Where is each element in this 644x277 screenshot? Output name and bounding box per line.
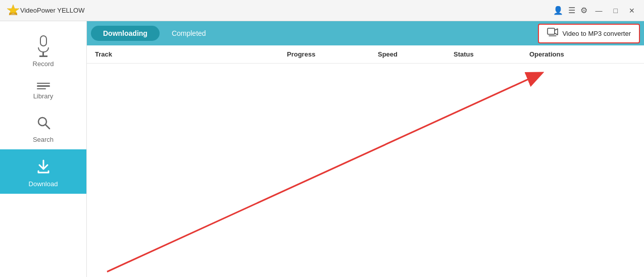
- svg-line-8: [107, 73, 541, 271]
- user-icon[interactable]: 👤: [553, 6, 563, 15]
- list-icon[interactable]: ☰: [568, 6, 575, 15]
- microphone-icon: [38, 35, 49, 57]
- app-logo: [6, 4, 20, 18]
- sidebar: Record Library Search: [0, 21, 87, 277]
- close-button[interactable]: ✕: [626, 6, 638, 16]
- download-label: Download: [29, 180, 58, 188]
- mic-stand: [38, 47, 49, 52]
- svg-rect-1: [9, 13, 17, 15]
- tab-completed[interactable]: Completed: [160, 26, 218, 41]
- annotation-arrow: [87, 64, 644, 277]
- search-icon: [36, 115, 51, 133]
- svg-line-3: [45, 125, 49, 129]
- window-controls: 👤 ☰ ⚙ — □ ✕: [553, 6, 638, 16]
- lib-line-3: [37, 88, 46, 90]
- settings-icon[interactable]: ⚙: [580, 6, 587, 15]
- col-header-speed: Speed: [378, 50, 454, 58]
- mic-body: [40, 35, 47, 46]
- lib-line-2: [37, 85, 50, 87]
- column-headers: Track Progress Speed Status Operations: [87, 45, 644, 64]
- video-converter-button[interactable]: Video to MP3 converter: [538, 24, 640, 43]
- download-icon: [35, 158, 52, 177]
- empty-content-area: [87, 64, 644, 277]
- main-layout: Record Library Search: [0, 21, 644, 277]
- logo-icon: [6, 4, 20, 18]
- maximize-button[interactable]: □: [611, 6, 621, 16]
- search-label: Search: [33, 136, 54, 143]
- svg-rect-5: [548, 28, 555, 34]
- tab-bar: Downloading Completed Video to MP3 conve…: [87, 21, 644, 45]
- col-header-progress: Progress: [287, 50, 378, 58]
- mic-base: [39, 56, 47, 57]
- col-header-track: Track: [95, 50, 287, 58]
- lib-line-1: [37, 83, 50, 84]
- sidebar-item-record[interactable]: Record: [0, 26, 86, 74]
- sidebar-item-search[interactable]: Search: [0, 106, 86, 149]
- sidebar-item-download[interactable]: Download: [0, 149, 86, 194]
- record-label: Record: [33, 60, 54, 68]
- sidebar-item-library[interactable]: Library: [0, 74, 86, 106]
- library-icon: [37, 83, 50, 90]
- library-label: Library: [33, 92, 54, 100]
- title-bar: VideoPower YELLOW 👤 ☰ ⚙ — □ ✕: [0, 0, 644, 21]
- converter-label: Video to MP3 converter: [562, 30, 631, 37]
- converter-icon: [547, 28, 558, 39]
- minimize-button[interactable]: —: [592, 6, 606, 16]
- col-header-operations: Operations: [529, 50, 644, 58]
- content-area: Downloading Completed Video to MP3 conve…: [87, 21, 644, 277]
- tab-downloading[interactable]: Downloading: [91, 26, 160, 41]
- col-header-status: Status: [454, 50, 529, 58]
- app-title: VideoPower YELLOW: [20, 7, 553, 14]
